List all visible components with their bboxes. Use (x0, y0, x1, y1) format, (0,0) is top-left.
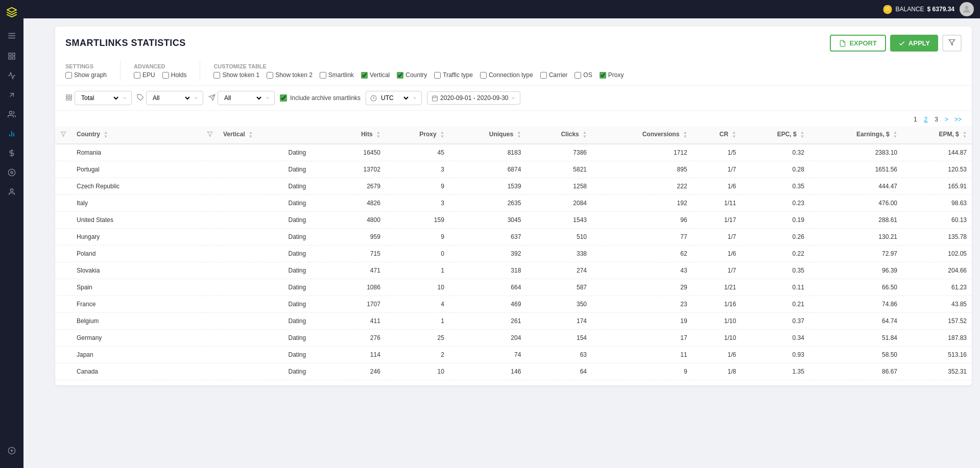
row-epc: 0.28 (741, 161, 809, 178)
apply-button[interactable]: APPLY (890, 35, 938, 52)
row-epm: 60.13 (902, 212, 972, 229)
connection-type-checkbox[interactable]: Connection type (480, 71, 533, 79)
row-filter-cell2 (202, 178, 218, 195)
vertical-checkbox[interactable]: Vertical (361, 71, 390, 79)
row-proxy: 159 (386, 212, 449, 229)
sidebar-item-chart[interactable] (3, 66, 21, 85)
os-input[interactable] (575, 72, 581, 79)
stream-select-wrapper[interactable]: All (218, 91, 275, 105)
th-vertical[interactable]: Vertical ▲▼ (218, 126, 311, 144)
show-graph-input[interactable] (65, 72, 72, 79)
proxy-checkbox[interactable]: Proxy (600, 71, 624, 79)
group-by-select[interactable]: Total Country Vertical (79, 94, 120, 102)
country-checkbox[interactable]: Country (397, 71, 427, 79)
page-last[interactable]: >> (952, 115, 964, 124)
traffic-type-input[interactable] (434, 72, 441, 79)
show-token1-input[interactable] (213, 72, 220, 79)
export-button[interactable]: EXPORT (830, 35, 886, 52)
sidebar-menu-btn[interactable] (3, 27, 21, 45)
epu-checkbox[interactable]: EPU (134, 71, 155, 79)
country-input[interactable] (397, 72, 403, 79)
date-range-picker[interactable]: 2020-09-01 - 2020-09-30 (427, 91, 520, 105)
sidebar-item-circle[interactable] (3, 163, 21, 182)
proxy-input[interactable] (600, 72, 606, 79)
th-proxy[interactable]: Proxy ▲▼ (386, 126, 449, 144)
filter-button[interactable] (942, 35, 962, 52)
page-next[interactable]: > (943, 115, 950, 124)
row-uniques: 469 (449, 296, 526, 313)
show-token1-checkbox[interactable]: Show token 1 (213, 71, 259, 79)
sidebar-item-dashboard[interactable] (3, 47, 21, 65)
row-clicks: 63 (526, 347, 592, 363)
carrier-input[interactable] (540, 72, 547, 79)
epu-input[interactable] (134, 72, 140, 79)
show-token2-checkbox[interactable]: Show token 2 (267, 71, 313, 79)
th-epc-label: EPC, $ (777, 131, 797, 138)
th-epm[interactable]: EPM, $ ▲▼ (902, 126, 972, 144)
settings-checkboxes: Show graph (65, 71, 107, 79)
row-filter-cell2 (202, 195, 218, 212)
holds-input[interactable] (162, 72, 169, 79)
row-filter-cell (55, 262, 71, 279)
smartlink-input[interactable] (320, 72, 326, 79)
th-filter[interactable] (55, 126, 71, 144)
include-archive-checkbox[interactable]: Include archive smartlinks (280, 94, 361, 102)
user-avatar[interactable] (960, 2, 974, 16)
th-uniques[interactable]: Uniques ▲▼ (449, 126, 526, 144)
th-earnings-label: Earnings, $ (856, 131, 890, 138)
sidebar-item-users[interactable] (3, 105, 21, 124)
sidebar-item-arrow[interactable] (3, 86, 21, 104)
th-filter2[interactable] (202, 126, 218, 144)
row-filter-cell2 (202, 330, 218, 347)
clicks-sort-icons: ▲▼ (583, 131, 587, 139)
svg-point-13 (8, 169, 15, 176)
row-vertical: Dating (218, 296, 311, 313)
show-token2-input[interactable] (267, 72, 273, 79)
epm-sort-icons: ▲▼ (963, 131, 967, 139)
timezone-select[interactable]: UTC GMT+1 GMT+2 (379, 94, 410, 102)
sidebar-item-plus[interactable] (3, 441, 21, 460)
include-archive-input[interactable] (280, 94, 287, 102)
page-2[interactable]: 2 (922, 115, 930, 124)
th-clicks[interactable]: Clicks ▲▼ (526, 126, 592, 144)
divider-2 (200, 61, 200, 81)
row-filter-cell (55, 212, 71, 229)
page-3[interactable]: 3 (932, 115, 941, 124)
show-graph-label: Show graph (74, 71, 107, 79)
vertical-input[interactable] (361, 72, 368, 79)
page-1[interactable]: 1 (911, 115, 920, 124)
th-country[interactable]: Country ▲▼ (71, 126, 202, 144)
tags-filter: All (137, 91, 203, 105)
traffic-type-checkbox[interactable]: Traffic type (434, 71, 473, 79)
row-earnings: 96.39 (809, 262, 902, 279)
sidebar-item-stats[interactable] (3, 125, 21, 143)
holds-checkbox[interactable]: Holds (162, 71, 187, 79)
stream-select[interactable]: All (222, 94, 263, 102)
page-header: SMARTLINKS STATISTICS EXPORT APPLY (55, 27, 972, 58)
holds-label: Holds (171, 71, 187, 79)
logo (4, 4, 20, 20)
th-epc[interactable]: EPC, $ ▲▼ (741, 126, 809, 144)
os-checkbox[interactable]: OS (575, 71, 592, 79)
vertical-label: Vertical (370, 71, 390, 79)
tags-select-wrapper[interactable]: All (146, 91, 203, 105)
row-country: Slovakia (71, 262, 202, 279)
group-by-select-wrapper[interactable]: Total Country Vertical (75, 91, 132, 105)
tags-select[interactable]: All (151, 94, 192, 102)
th-cr[interactable]: CR ▲▼ (692, 126, 742, 144)
row-filter-cell2 (202, 347, 218, 363)
th-conversions[interactable]: Conversions ▲▼ (592, 126, 692, 144)
th-hits[interactable]: Hits ▲▼ (311, 126, 386, 144)
row-epc: 0.21 (741, 296, 809, 313)
row-uniques: 2635 (449, 195, 526, 212)
show-graph-checkbox[interactable]: Show graph (65, 71, 107, 79)
connection-type-label: Connection type (489, 71, 533, 79)
carrier-checkbox[interactable]: Carrier (540, 71, 568, 79)
connection-type-input[interactable] (480, 72, 487, 79)
row-country: Hungary (71, 229, 202, 245)
sidebar-item-person[interactable] (3, 183, 21, 201)
sidebar-item-money[interactable] (3, 144, 21, 162)
smartlink-checkbox[interactable]: Smartlink (320, 71, 354, 79)
th-earnings[interactable]: Earnings, $ ▲▼ (809, 126, 902, 144)
table-row: Romania Dating 16450 45 8183 7386 1712 1… (55, 144, 972, 161)
